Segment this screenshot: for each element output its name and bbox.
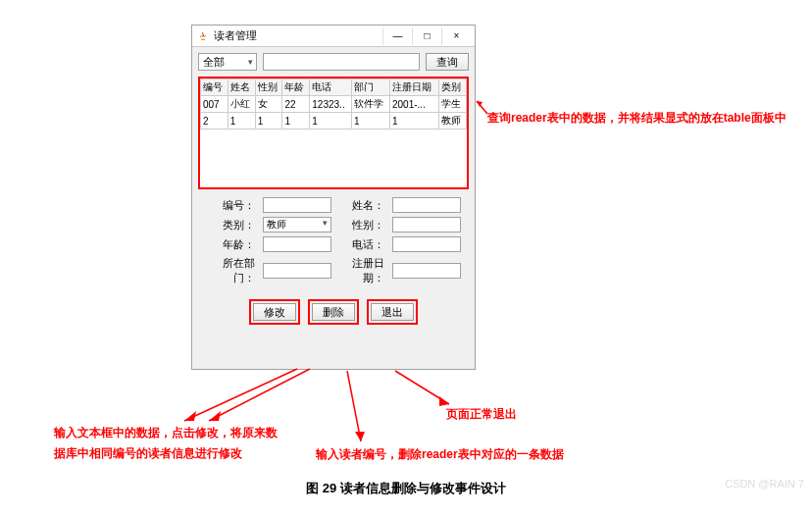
arrow-modify <box>175 367 312 426</box>
window-title: 读者管理 <box>214 28 382 43</box>
age-field[interactable] <box>263 236 331 252</box>
col-id[interactable]: 编号 <box>201 79 228 96</box>
type-label: 类别： <box>210 218 255 233</box>
svg-marker-9 <box>439 396 449 406</box>
table-row[interactable]: 007 小红 女 22 12323.. 软件学 2001-... 学生 <box>201 96 467 113</box>
svg-line-2 <box>184 369 297 421</box>
arrow-query <box>475 96 488 135</box>
query-annotation: 查询reader表中的数据，并将结果显式的放在table面板中 <box>487 110 787 127</box>
col-name[interactable]: 姓名 <box>228 79 255 96</box>
exit-annotation: 页面正常退出 <box>446 406 517 423</box>
phone-label: 电话： <box>339 237 384 252</box>
search-bar: 全部 查询 <box>192 47 475 77</box>
maximize-button[interactable]: □ <box>412 27 441 45</box>
col-regdate[interactable]: 注册日期 <box>390 79 439 96</box>
watermark: CSDN @RAIN 7 <box>725 478 804 490</box>
window-controls: — □ × <box>382 27 471 45</box>
table-row[interactable]: 2 1 1 1 1 1 1 教师 <box>201 113 467 129</box>
dept-field[interactable] <box>263 263 331 279</box>
action-bar: 修改 删除 退出 <box>192 289 475 333</box>
edit-form: 编号： 姓名： 类别： 教师 性别： 年龄： 电话： 所在部门： 注册日期： <box>192 189 475 289</box>
col-phone[interactable]: 电话 <box>310 79 352 96</box>
svg-marker-1 <box>477 101 482 107</box>
exit-highlight: 退出 <box>367 299 418 325</box>
name-field[interactable] <box>392 197 461 213</box>
arrow-delete <box>339 369 379 445</box>
phone-field[interactable] <box>392 236 461 252</box>
table-header-row: 编号 姓名 性别 年龄 电话 部门 注册日期 类别 <box>201 79 467 96</box>
name-label: 姓名： <box>339 198 384 213</box>
java-icon <box>196 29 210 43</box>
titlebar: 读者管理 — □ × <box>192 26 475 47</box>
modify-annotation-line2: 据库中相同编号的读者信息进行修改 <box>54 445 242 462</box>
figure-caption: 图 29 读者信息删除与修改事件设计 <box>0 480 812 497</box>
close-button[interactable]: × <box>441 27 471 45</box>
type-select[interactable]: 教师 <box>263 217 331 233</box>
age-label: 年龄： <box>210 237 255 252</box>
col-gender[interactable]: 性别 <box>255 79 282 96</box>
gender-label: 性别： <box>339 218 384 233</box>
gender-field[interactable] <box>392 217 461 233</box>
modify-highlight: 修改 <box>249 299 300 325</box>
minimize-button[interactable]: — <box>382 27 412 45</box>
svg-line-6 <box>347 371 361 441</box>
delete-button[interactable]: 删除 <box>312 303 355 321</box>
dept-label: 所在部门： <box>210 256 255 285</box>
svg-line-0 <box>477 101 487 114</box>
delete-annotation: 输入读者编号，删除reader表中对应的一条数据 <box>316 446 564 463</box>
col-dept[interactable]: 部门 <box>352 79 390 96</box>
exit-button[interactable]: 退出 <box>371 303 414 321</box>
col-type[interactable]: 类别 <box>439 79 467 96</box>
regdate-field[interactable] <box>392 263 461 279</box>
svg-line-4 <box>209 369 310 421</box>
modify-button[interactable]: 修改 <box>253 303 296 321</box>
delete-highlight: 删除 <box>308 299 359 325</box>
svg-marker-5 <box>209 411 221 421</box>
reader-table-panel: 编号 姓名 性别 年龄 电话 部门 注册日期 类别 007 小红 女 22 12… <box>198 77 469 189</box>
col-age[interactable]: 年龄 <box>282 79 310 96</box>
arrow-exit <box>390 369 459 410</box>
query-button[interactable]: 查询 <box>426 53 469 71</box>
svg-line-8 <box>395 371 449 404</box>
regdate-label: 注册日期： <box>339 256 384 285</box>
reader-manage-window: 读者管理 — □ × 全部 查询 编号 姓名 性别 年龄 电话 部门 注册日期 … <box>191 25 476 370</box>
filter-select[interactable]: 全部 <box>198 53 257 71</box>
modify-annotation-line1: 输入文本框中的数据，点击修改，将原来数 <box>54 425 278 441</box>
search-input[interactable] <box>263 53 420 71</box>
id-label: 编号： <box>210 198 255 213</box>
svg-marker-7 <box>355 432 365 441</box>
id-field[interactable] <box>263 197 331 213</box>
svg-marker-3 <box>184 411 196 421</box>
reader-table: 编号 姓名 性别 年龄 电话 部门 注册日期 类别 007 小红 女 22 12… <box>200 78 467 129</box>
